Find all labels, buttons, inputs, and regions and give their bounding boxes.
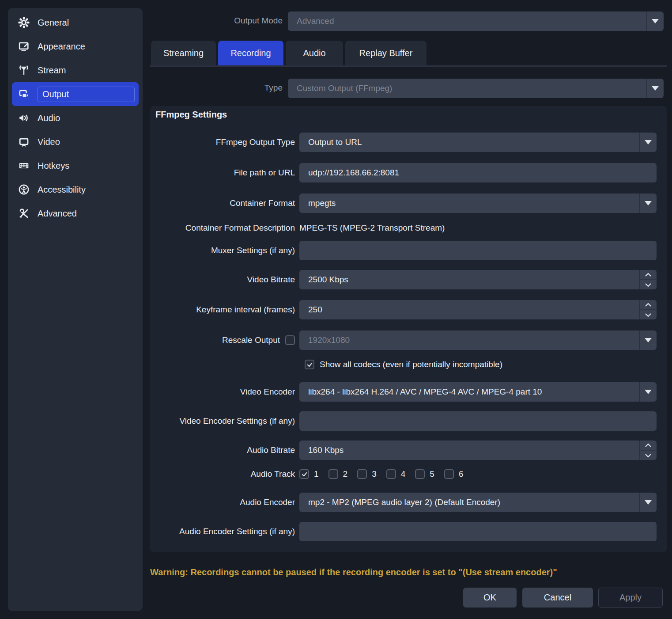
audio-track-4-checkbox[interactable] [386,469,396,479]
antenna-icon [18,64,30,76]
audio-track-1-checkbox[interactable] [299,469,309,479]
sidebar-item-label: Stream [38,65,66,76]
sidebar-item-audio[interactable]: Audio [8,106,143,130]
gear-icon [18,16,30,29]
decrement-button[interactable] [640,279,657,289]
display-edit-icon [18,40,30,53]
tab-streaming[interactable]: Streaming [151,41,216,65]
decrement-button[interactable] [640,309,657,319]
settings-sidebar: General Appearance Stream [8,8,143,611]
audio-track-6-checkbox[interactable] [444,469,454,479]
keyframe-interval-stepper[interactable]: 250 [299,300,657,319]
video-encoder-select[interactable]: libx264 - libx264 H.264 / AVC / MPEG-4 A… [299,382,657,402]
video-bitrate-stepper[interactable]: 2500 Kbps [299,270,657,289]
container-format-description-label: Container Format Description [155,223,295,233]
file-path-label: File path or URL [155,168,295,178]
stepper-buttons [639,270,657,289]
rescale-resolution-select[interactable]: 1920x1080 [299,330,657,350]
chevron-down-icon [639,133,657,152]
audio-bitrate-label: Audio Bitrate [155,445,295,455]
muxer-settings-input[interactable] [299,241,657,260]
monitor-icon [18,136,30,148]
audio-bitrate-stepper[interactable]: 160 Kbps [299,441,657,460]
chevron-down-icon [639,493,657,512]
chevron-down-icon [646,11,664,31]
sidebar-item-general[interactable]: General [8,11,143,34]
output-mode-select[interactable]: Advanced [288,11,664,31]
panel-title: FFmpeg Settings [155,110,227,120]
increment-button[interactable] [640,300,657,309]
chevron-down-icon [639,194,657,213]
sidebar-item-label: Output [38,87,135,102]
sidebar-item-stream[interactable]: Stream [8,58,143,82]
chevron-down-icon [639,330,657,350]
output-tabs: Streaming Recording Audio Replay Buffer [151,41,427,65]
container-format-description-value: MPEG-TS (MPEG-2 Transport Stream) [299,223,445,233]
muxer-settings-label: Muxer Settings (if any) [155,246,295,255]
rescale-output-checkbox[interactable] [285,335,295,345]
file-path-input[interactable] [299,163,657,182]
audio-track-3-checkbox[interactable] [357,469,367,479]
sidebar-item-hotkeys[interactable]: Hotkeys [8,154,143,178]
container-format-select[interactable]: mpegts [299,194,657,213]
video-encoder-settings-input[interactable] [299,411,657,431]
ffmpeg-output-type-label: FFmpeg Output Type [155,137,295,147]
recording-warning-text: Warning: Recordings cannot be paused if … [150,567,557,577]
audio-encoder-settings-label: Audio Encoder Settings (if any) [155,527,295,536]
tab-replay-buffer[interactable]: Replay Buffer [345,41,427,65]
show-all-codecs-checkbox[interactable] [305,360,314,369]
keyboard-icon [18,159,30,172]
sidebar-item-label: Hotkeys [38,161,69,171]
sidebar-item-label: Appearance [38,42,85,52]
sidebar-item-label: Audio [38,113,60,123]
type-label: Type [150,83,283,93]
video-encoder-label: Video Encoder [155,387,295,397]
video-bitrate-label: Video Bitrate [155,275,295,285]
tools-icon [18,207,30,220]
ffmpeg-settings-panel: FFmpeg Settings FFmpeg Output Type Outpu… [150,106,667,552]
recording-type-select[interactable]: Custom Output (FFmpeg) [288,79,664,98]
increment-button[interactable] [640,270,657,279]
container-format-label: Container Format [155,198,295,208]
increment-button[interactable] [640,441,657,450]
stepper-buttons [639,300,657,319]
ok-button[interactable]: OK [463,588,517,608]
show-all-codecs-label: Show all codecs (even if potentially inc… [320,360,502,369]
sidebar-item-label: General [38,18,69,28]
decrement-button[interactable] [640,450,657,460]
sidebar-item-output[interactable]: Output [12,82,139,106]
sidebar-item-advanced[interactable]: Advanced [8,201,143,225]
cancel-button[interactable]: Cancel [522,588,593,608]
chevron-down-icon [639,382,657,402]
stepper-buttons [639,441,657,460]
output-mode-label: Output Mode [150,16,283,26]
sidebar-item-video[interactable]: Video [8,130,143,154]
audio-encoder-label: Audio Encoder [155,497,295,507]
rescale-output-label: Rescale Output [222,335,280,345]
audio-track-5-checkbox[interactable] [415,469,425,479]
speaker-icon [18,112,30,124]
sidebar-item-label: Advanced [38,209,77,219]
apply-button[interactable]: Apply [598,588,663,608]
sidebar-item-label: Accessibility [38,185,86,195]
obs-settings-window: General Appearance Stream [0,0,672,619]
sidebar-item-label: Video [38,137,60,147]
accessibility-icon [18,183,30,196]
audio-track-checkboxes: 1 2 3 4 5 6 [299,469,463,479]
sidebar-item-accessibility[interactable]: Accessibility [8,178,143,201]
audio-encoder-settings-input[interactable] [299,522,657,541]
tab-pane-border [150,65,667,67]
keyframe-interval-label: Keyframe interval (frames) [155,305,295,315]
ffmpeg-output-type-select[interactable]: Output to URL [299,133,657,152]
tab-audio[interactable]: Audio [286,41,343,65]
tab-recording[interactable]: Recording [218,41,283,65]
audio-track-2-checkbox[interactable] [328,469,338,479]
audio-track-label: Audio Track [155,469,295,479]
sidebar-item-appearance[interactable]: Appearance [8,34,143,58]
chevron-down-icon [646,79,664,98]
video-encoder-settings-label: Video Encoder Settings (if any) [155,416,295,426]
screen-cast-icon [18,88,30,100]
audio-encoder-select[interactable]: mp2 - MP2 (MPEG audio layer 2) (Default … [299,493,657,512]
